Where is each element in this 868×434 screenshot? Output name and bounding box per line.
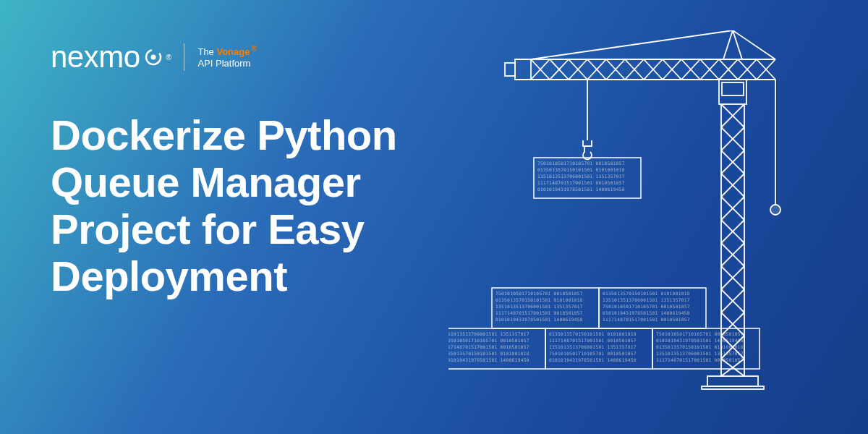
box-text: 1351013513706001501 1351357017 <box>549 344 637 349</box>
svg-line-33 <box>733 30 775 59</box>
box-text: 1117148701517001501 0010501057 <box>448 344 529 349</box>
box-text: 7501010501710105701 0010501057 <box>448 338 529 343</box>
box-text: 7501010501710105701 0010501057 <box>537 161 625 166</box>
box-text: 7501010501710105701 0010501057 <box>495 291 583 296</box>
container-bottom-1: 1351013513706001501 1351357017 750101050… <box>448 328 545 369</box>
tagline-prefix: The <box>197 47 216 58</box>
logo-divider <box>184 43 184 71</box>
svg-rect-4 <box>515 59 531 80</box>
box-text: 1351013513706001501 1351357017 <box>656 351 744 356</box>
box-text: 7501010501710105701 0010501057 <box>603 304 690 309</box>
tagline: The Vonage® API Platform <box>197 45 256 69</box>
box-text: 0135013570150101501 0101001018 <box>656 344 744 349</box>
box-text: 0135013570150101501 0101001018 <box>448 351 529 356</box>
crane-illustration: 7501010501710105701 0010501057 013501357… <box>448 30 825 414</box>
svg-rect-36 <box>719 80 746 104</box>
logo-area: nexmo ® The Vonage® API Platform <box>51 40 257 75</box>
box-text: 1351013513706001501 1351357017 <box>495 304 583 309</box>
nexmo-logo: nexmo ® <box>51 40 171 75</box>
box-text: 1117148701517001501 0010501057 <box>656 357 744 362</box>
headline-line4: Deployment <box>51 253 397 300</box>
vonage-word: Vonage <box>216 47 250 58</box>
box-text: 0135013570150101501 0101001018 <box>603 291 690 296</box>
headline-line3: Project for Easy <box>51 206 397 253</box>
headline-line1: Dockerize Python <box>51 112 397 159</box>
box-text: 0101019431978501501 1400619450 <box>656 338 744 343</box>
hanging-container: 7501010501710105701 0010501057 013501357… <box>534 158 641 198</box>
box-text: 0135013570150101501 0101001018 <box>495 297 583 302</box>
box-text: 1117148701517001501 0010501057 <box>603 317 690 322</box>
box-text: 0101019431978501501 1400619450 <box>448 357 529 362</box>
svg-rect-5 <box>505 63 515 76</box>
svg-rect-64 <box>707 376 758 386</box>
box-text: 7501010501710105701 0010501057 <box>549 351 637 356</box>
box-text: 1351013513706001501 1351357017 <box>537 174 625 179</box>
svg-rect-65 <box>702 386 764 389</box>
svg-line-34 <box>723 30 733 59</box>
box-text: 1117148701517001501 0010501057 <box>537 180 625 185</box>
container-top-right: 0135013570150101501 0101001018 135101351… <box>599 288 706 328</box>
svg-line-35 <box>733 30 742 59</box>
container-bottom-2: 0135013570150101501 0101001018 111714870… <box>545 328 652 369</box>
box-text: 0101019431978501501 1400619450 <box>603 310 690 315</box>
vonage-reg: ® <box>251 45 256 53</box>
tagline-line2: API Platform <box>197 58 250 69</box>
headline-line2: Queue Manager <box>51 159 397 206</box>
svg-point-1 <box>150 55 156 60</box>
box-text: 1117148701517001501 0010501057 <box>495 310 583 315</box>
box-text: 0101019431978501501 1400619450 <box>537 187 625 192</box>
box-text: 0135013570150101501 0101001018 <box>537 167 625 172</box>
box-text: 1117148701517001501 0010501057 <box>549 338 637 343</box>
box-text: 7501010501710105701 0010501057 <box>656 331 744 336</box>
svg-point-67 <box>770 205 780 215</box>
box-text: 0101019431978501501 1400619450 <box>495 317 583 322</box>
box-text: 1351013513706001501 1351357017 <box>603 297 690 302</box>
container-top-left: 7501010501710105701 0010501057 013501357… <box>492 288 599 328</box>
svg-line-32 <box>531 30 733 59</box>
box-text: 0101019431978501501 1400619450 <box>549 357 637 362</box>
nexmo-swirl-icon <box>143 47 163 67</box>
svg-rect-37 <box>722 82 744 95</box>
registered-symbol: ® <box>166 54 171 61</box>
box-text: 1351013513706001501 1351357017 <box>448 331 529 336</box>
headline: Dockerize Python Queue Manager Project f… <box>51 112 397 300</box>
box-text: 0135013570150101501 0101001018 <box>549 331 637 336</box>
brand-name: nexmo <box>51 40 140 75</box>
